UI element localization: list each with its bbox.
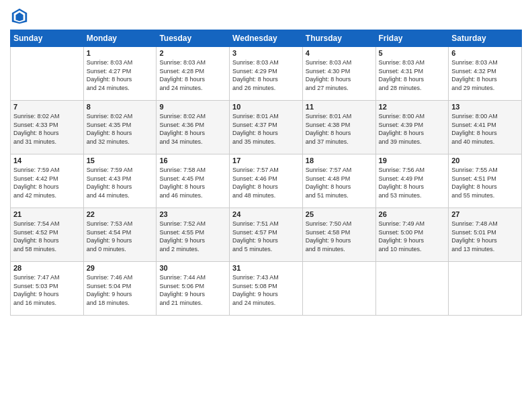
cell-info: Sunrise: 7:56 AM Sunset: 4:49 PM Dayligh… [379,166,446,199]
cell-info: Sunrise: 7:59 AM Sunset: 4:42 PM Dayligh… [13,166,81,199]
day-number: 24 [232,210,300,218]
cell-info: Sunrise: 7:57 AM Sunset: 4:46 PM Dayligh… [232,166,300,199]
calendar-table: SundayMondayTuesdayWednesdayThursdayFrid… [10,30,522,316]
calendar-week-row: 14Sunrise: 7:59 AM Sunset: 4:42 PM Dayli… [11,154,522,208]
cell-info: Sunrise: 8:03 AM Sunset: 4:32 PM Dayligh… [451,58,519,92]
day-number: 21 [13,210,81,218]
day-number: 29 [87,264,154,272]
day-number: 27 [451,210,519,218]
header-day: Tuesday [157,30,230,47]
header-day: Monday [83,30,157,47]
cell-info: Sunrise: 7:48 AM Sunset: 5:01 PM Dayligh… [451,220,519,253]
calendar-cell: 21Sunrise: 7:54 AM Sunset: 4:52 PM Dayli… [11,208,84,262]
day-number: 20 [451,156,519,165]
calendar-cell: 10Sunrise: 8:01 AM Sunset: 4:37 PM Dayli… [230,101,303,154]
day-number: 9 [159,103,226,111]
calendar-cell: 27Sunrise: 7:48 AM Sunset: 5:01 PM Dayli… [449,208,522,262]
cell-info: Sunrise: 7:59 AM Sunset: 4:43 PM Dayligh… [87,166,154,199]
calendar-cell [375,262,449,316]
day-number: 22 [87,210,154,218]
header-day: Thursday [302,30,375,47]
calendar-cell [449,262,522,316]
calendar-cell: 19Sunrise: 7:56 AM Sunset: 4:49 PM Dayli… [375,154,449,208]
calendar-cell: 12Sunrise: 8:00 AM Sunset: 4:39 PM Dayli… [375,101,449,154]
calendar-cell: 23Sunrise: 7:52 AM Sunset: 4:55 PM Dayli… [157,208,230,262]
cell-info: Sunrise: 8:01 AM Sunset: 4:37 PM Dayligh… [232,112,300,146]
calendar-cell: 26Sunrise: 7:49 AM Sunset: 5:00 PM Dayli… [375,208,449,262]
cell-info: Sunrise: 7:46 AM Sunset: 5:04 PM Dayligh… [87,273,154,307]
calendar-cell: 29Sunrise: 7:46 AM Sunset: 5:04 PM Dayli… [83,262,157,316]
calendar-cell: 25Sunrise: 7:50 AM Sunset: 4:58 PM Dayli… [302,208,375,262]
cell-info: Sunrise: 7:43 AM Sunset: 5:08 PM Dayligh… [232,273,300,307]
calendar-cell: 31Sunrise: 7:43 AM Sunset: 5:08 PM Dayli… [230,262,303,316]
calendar-cell: 6Sunrise: 8:03 AM Sunset: 4:32 PM Daylig… [449,47,522,101]
logo [10,7,32,26]
calendar-cell: 28Sunrise: 7:47 AM Sunset: 5:03 PM Dayli… [11,262,84,316]
day-number: 12 [379,103,446,111]
day-number: 7 [13,103,81,111]
cell-info: Sunrise: 8:03 AM Sunset: 4:31 PM Dayligh… [379,58,446,92]
calendar-week-row: 7Sunrise: 8:02 AM Sunset: 4:33 PM Daylig… [11,101,522,154]
day-number: 26 [379,210,446,218]
calendar-cell [11,47,84,101]
cell-info: Sunrise: 7:54 AM Sunset: 4:52 PM Dayligh… [13,220,81,253]
calendar-cell: 9Sunrise: 8:02 AM Sunset: 4:36 PM Daylig… [157,101,230,154]
cell-info: Sunrise: 7:57 AM Sunset: 4:48 PM Dayligh… [306,166,373,199]
header-day: Wednesday [230,30,303,47]
header-day: Sunday [11,30,84,47]
cell-info: Sunrise: 7:44 AM Sunset: 5:06 PM Dayligh… [159,273,226,307]
calendar-cell: 30Sunrise: 7:44 AM Sunset: 5:06 PM Dayli… [157,262,230,316]
day-number: 8 [87,103,154,111]
calendar-week-row: 1Sunrise: 8:03 AM Sunset: 4:27 PM Daylig… [11,47,522,101]
cell-info: Sunrise: 8:00 AM Sunset: 4:41 PM Dayligh… [451,112,519,146]
cell-info: Sunrise: 8:03 AM Sunset: 4:27 PM Dayligh… [87,58,154,92]
calendar-cell: 15Sunrise: 7:59 AM Sunset: 4:43 PM Dayli… [83,154,157,208]
calendar-cell: 3Sunrise: 8:03 AM Sunset: 4:29 PM Daylig… [230,47,303,101]
day-number: 28 [13,264,81,272]
calendar-cell: 14Sunrise: 7:59 AM Sunset: 4:42 PM Dayli… [11,154,84,208]
calendar-cell: 20Sunrise: 7:55 AM Sunset: 4:51 PM Dayli… [449,154,522,208]
day-number: 3 [232,49,300,57]
cell-info: Sunrise: 7:51 AM Sunset: 4:57 PM Dayligh… [232,220,300,253]
calendar-cell: 7Sunrise: 8:02 AM Sunset: 4:33 PM Daylig… [11,101,84,154]
cell-info: Sunrise: 8:00 AM Sunset: 4:39 PM Dayligh… [379,112,446,146]
day-number: 16 [159,156,226,165]
calendar-week-row: 21Sunrise: 7:54 AM Sunset: 4:52 PM Dayli… [11,208,522,262]
cell-info: Sunrise: 7:58 AM Sunset: 4:45 PM Dayligh… [159,166,226,199]
day-number: 31 [232,264,300,272]
day-number: 30 [159,264,226,272]
cell-info: Sunrise: 7:50 AM Sunset: 4:58 PM Dayligh… [306,220,373,253]
day-number: 13 [451,103,519,111]
cell-info: Sunrise: 7:49 AM Sunset: 5:00 PM Dayligh… [379,220,446,253]
cell-info: Sunrise: 7:55 AM Sunset: 4:51 PM Dayligh… [451,166,519,199]
day-number: 25 [306,210,373,218]
header-day: Saturday [449,30,522,47]
calendar-cell: 24Sunrise: 7:51 AM Sunset: 4:57 PM Dayli… [230,208,303,262]
page-container: SundayMondayTuesdayWednesdayThursdayFrid… [0,0,532,322]
cell-info: Sunrise: 7:52 AM Sunset: 4:55 PM Dayligh… [159,220,226,253]
calendar-cell [302,262,375,316]
calendar-cell: 1Sunrise: 8:03 AM Sunset: 4:27 PM Daylig… [83,47,157,101]
header-day: Friday [375,30,449,47]
cell-info: Sunrise: 8:02 AM Sunset: 4:35 PM Dayligh… [87,112,154,146]
calendar-week-row: 28Sunrise: 7:47 AM Sunset: 5:03 PM Dayli… [11,262,522,316]
calendar-cell: 16Sunrise: 7:58 AM Sunset: 4:45 PM Dayli… [157,154,230,208]
calendar-cell: 17Sunrise: 7:57 AM Sunset: 4:46 PM Dayli… [230,154,303,208]
calendar-cell: 13Sunrise: 8:00 AM Sunset: 4:41 PM Dayli… [449,101,522,154]
cell-info: Sunrise: 7:47 AM Sunset: 5:03 PM Dayligh… [13,273,81,307]
calendar-cell: 18Sunrise: 7:57 AM Sunset: 4:48 PM Dayli… [302,154,375,208]
day-number: 4 [306,49,373,57]
day-number: 18 [306,156,373,165]
day-number: 10 [232,103,300,111]
cell-info: Sunrise: 8:03 AM Sunset: 4:30 PM Dayligh… [306,58,373,92]
day-number: 6 [451,49,519,57]
cell-info: Sunrise: 8:01 AM Sunset: 4:38 PM Dayligh… [306,112,373,146]
day-number: 5 [379,49,446,57]
cell-info: Sunrise: 8:02 AM Sunset: 4:33 PM Dayligh… [13,112,81,146]
cell-info: Sunrise: 8:03 AM Sunset: 4:29 PM Dayligh… [232,58,300,92]
day-number: 17 [232,156,300,165]
day-number: 14 [13,156,81,165]
day-number: 23 [159,210,226,218]
cell-info: Sunrise: 7:53 AM Sunset: 4:54 PM Dayligh… [87,220,154,253]
day-number: 19 [379,156,446,165]
